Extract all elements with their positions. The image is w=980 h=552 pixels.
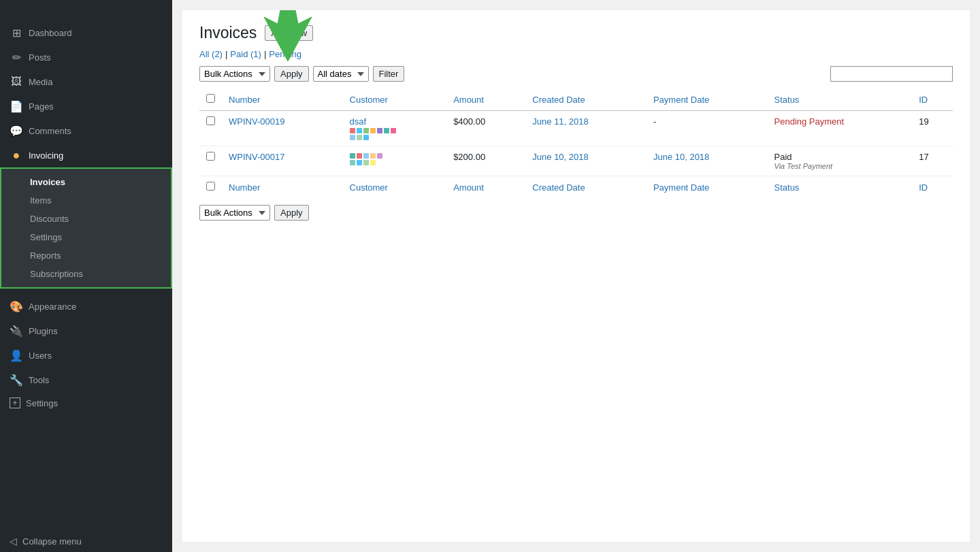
row-checkbox[interactable] [206,152,215,161]
dashboard-icon: ⊞ [10,26,23,39]
sidebar-item-media[interactable]: 🖼 Media [0,69,172,94]
sidebar-item-label: Comments [29,126,71,136]
row-status-cell: Pending Payment [768,111,913,146]
screen: ⊞ Dashboard ✏ Posts 🖼 Media 📄 Pages 💬 Co… [0,0,980,552]
footer-col-payment[interactable]: Payment Date [647,176,768,199]
sidebar-item-pages[interactable]: 📄 Pages [0,94,172,118]
sidebar-item-label: Pages [29,101,54,112]
footer-col-id[interactable]: ID [912,176,953,199]
sidebar-item-plugins[interactable]: 🔌 Plugins [0,319,172,343]
row-number-cell: WPINV-00019 [222,111,343,146]
row-customer-cell [343,146,447,176]
row-amount-cell: $200.00 [446,146,525,176]
collapse-icon: ◁ [10,536,17,547]
collapse-menu-button[interactable]: ◁ Collapse menu [0,530,172,552]
row-number-cell: WPINV-00017 [222,146,343,176]
sidebar-item-label: Posts [29,52,51,63]
footer-col-customer[interactable]: Customer [343,176,447,199]
comments-icon: 💬 [10,124,23,137]
filter-links: All (2) | Paid (1) | Pending [199,49,953,59]
payment-date-dash: - [653,116,656,127]
submenu-item-items[interactable]: Items [1,191,171,210]
main-content: Invoices Add New All (2) | Paid (1) | Pe… [172,0,980,552]
status-badge: Pending Payment [774,116,845,127]
customer-avatar [350,128,440,140]
table-header-row: Number Customer Amount Created Date Paym… [199,88,953,111]
row-checkbox[interactable] [206,116,215,125]
submenu-item-subscriptions[interactable]: Subscriptions [1,265,171,283]
invoice-number-link[interactable]: WPINV-00017 [229,152,284,162]
row-id-cell: 17 [912,146,953,176]
apply-button-bottom[interactable]: Apply [274,205,309,221]
footer-col-number[interactable]: Number [222,176,343,199]
col-header-status[interactable]: Status [768,88,913,111]
page-header: Invoices Add New [199,24,953,42]
filter-pending[interactable]: Pending [269,49,301,59]
row-created-date-cell: June 10, 2018 [525,146,647,176]
row-checkbox-cell [199,146,222,176]
sidebar-item-label: Appearance [29,302,76,312]
col-header-customer[interactable]: Customer [343,88,447,111]
settings-icon: + [10,397,20,408]
sidebar: ⊞ Dashboard ✏ Posts 🖼 Media 📄 Pages 💬 Co… [0,0,172,552]
plugins-icon: 🔌 [10,324,23,338]
footer-select-all-checkbox[interactable] [206,182,215,191]
media-icon: 🖼 [10,75,23,88]
row-customer-cell: dsaf [343,111,447,146]
customer-avatar [350,153,440,165]
sidebar-item-label: Plugins [29,326,58,336]
table-row: WPINV-00019 dsaf [199,111,953,146]
select-all-checkbox[interactable] [206,94,215,103]
sidebar-item-comments[interactable]: 💬 Comments [0,118,172,143]
filter-button[interactable]: Filter [373,66,405,82]
col-header-created-date[interactable]: Created Date [525,88,647,111]
apply-button-top[interactable]: Apply [274,66,309,82]
invoice-table: Number Customer Amount Created Date Paym… [199,88,953,198]
sidebar-item-appearance[interactable]: 🎨 Appearance [0,294,172,319]
bulk-actions-select-top[interactable]: Bulk Actions [199,66,270,82]
col-header-payment-date[interactable]: Payment Date [647,88,768,111]
col-header-amount[interactable]: Amount [446,88,525,111]
bulk-actions-select-bottom[interactable]: Bulk Actions [199,205,270,221]
search-input[interactable] [830,66,953,82]
sidebar-item-tools[interactable]: 🔧 Tools [0,368,172,392]
invoicing-label: Invoicing [29,150,63,161]
sidebar-item-invoicing[interactable]: ● Invoicing [0,143,172,167]
footer-col-created[interactable]: Created Date [525,176,647,199]
filter-paid[interactable]: Paid (1) [230,49,261,59]
created-date-link[interactable]: June 10, 2018 [532,152,588,162]
footer-col-amount[interactable]: Amount [446,176,525,199]
footer-col-status[interactable]: Status [768,176,913,199]
add-new-button[interactable]: Add New [265,25,313,41]
submenu-item-settings[interactable]: Settings [1,228,171,246]
sidebar-item-label: Tools [29,375,49,385]
appearance-icon: 🎨 [10,299,23,313]
content-area: Invoices Add New All (2) | Paid (1) | Pe… [182,10,970,542]
sidebar-item-label: Users [29,351,52,361]
submenu-item-discounts[interactable]: Discounts [1,210,171,228]
footer-cb [199,176,222,199]
top-toolbar: Bulk Actions Apply All dates Filter [199,66,953,82]
sidebar-item-settings-bottom[interactable]: + Settings [0,392,172,414]
dates-select[interactable]: All dates [313,66,369,82]
table-footer-header-row: Number Customer Amount Created Date Paym… [199,176,953,199]
collapse-label: Collapse menu [22,536,82,547]
sidebar-item-dashboard[interactable]: ⊞ Dashboard [0,20,172,45]
submenu-item-reports[interactable]: Reports [1,246,171,265]
invoice-number-link[interactable]: WPINV-00019 [229,116,284,127]
filter-all[interactable]: All (2) [199,49,223,59]
sidebar-item-label: Settings [26,398,58,408]
sidebar-item-posts[interactable]: ✏ Posts [0,45,172,69]
page-title: Invoices [199,24,257,42]
sidebar-item-users[interactable]: 👤 Users [0,343,172,368]
col-header-id[interactable]: ID [912,88,953,111]
pages-icon: 📄 [10,99,23,113]
submenu-item-invoices[interactable]: Invoices [1,173,171,191]
sidebar-item-label: Media [29,77,52,87]
row-checkbox-cell [199,111,222,146]
col-header-number[interactable]: Number [222,88,343,111]
created-date-link[interactable]: June 11, 2018 [532,116,588,127]
payment-date-link[interactable]: June 10, 2018 [653,152,709,162]
table-row: WPINV-00017 [199,146,953,176]
customer-link[interactable]: dsaf [350,116,367,127]
